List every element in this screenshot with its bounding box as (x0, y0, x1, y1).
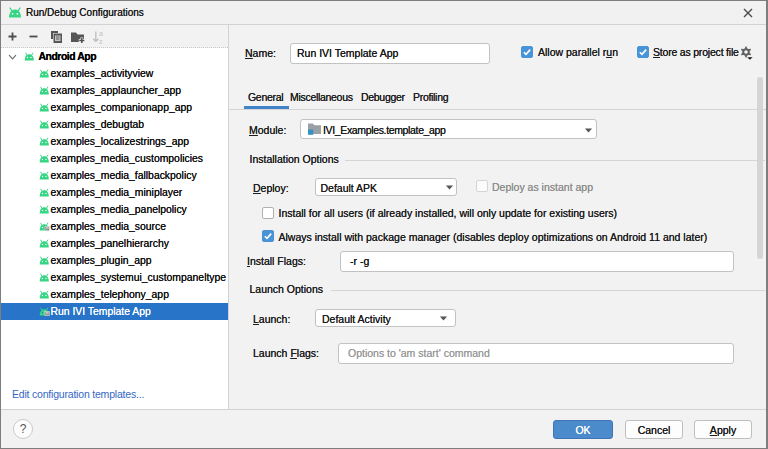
svg-text:z: z (99, 38, 103, 45)
svg-text:a: a (99, 30, 103, 37)
